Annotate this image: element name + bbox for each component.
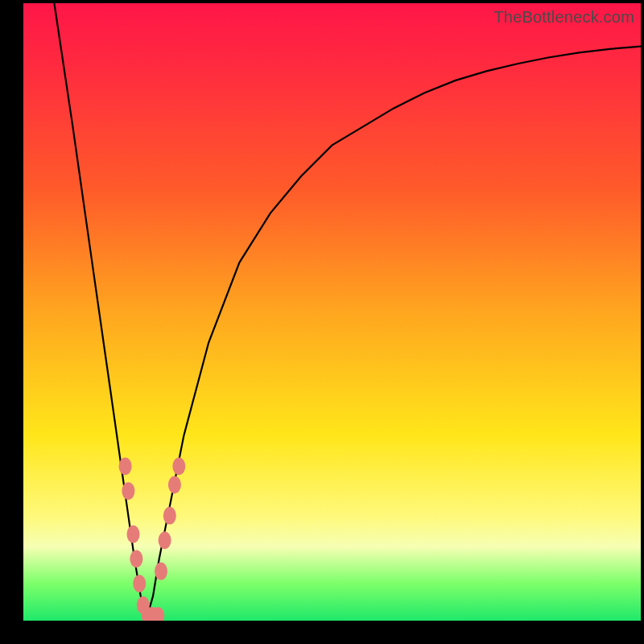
bottleneck-curve — [54, 3, 641, 617]
data-marker — [130, 550, 142, 568]
chart-frame: TheBottleneck.com — [0, 0, 644, 644]
plot-area: TheBottleneck.com — [23, 3, 641, 621]
data-marker — [119, 457, 132, 475]
chart-svg — [23, 3, 641, 621]
data-marker — [122, 482, 134, 500]
data-marker — [168, 476, 181, 493]
data-marker — [127, 526, 140, 543]
data-marker — [172, 457, 185, 475]
data-marker — [155, 563, 167, 580]
data-marker — [133, 575, 146, 592]
data-marker — [163, 507, 176, 525]
data-marker — [159, 531, 171, 549]
